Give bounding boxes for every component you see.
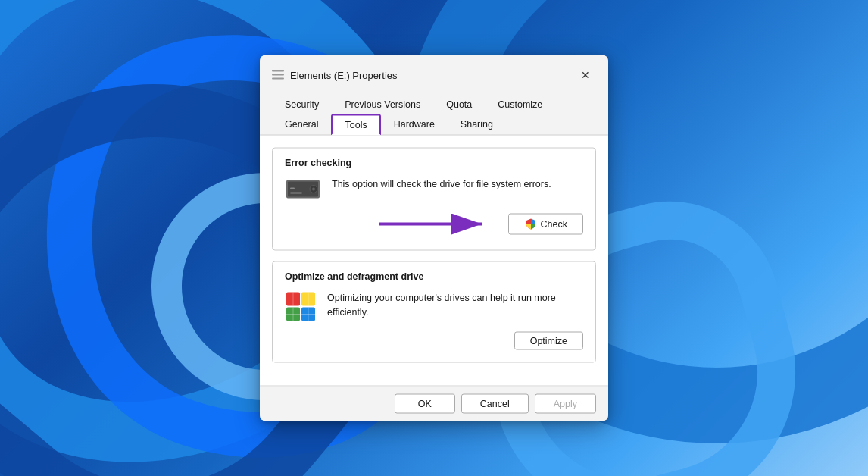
svg-rect-5 <box>290 188 295 189</box>
tab-customize[interactable]: Customize <box>485 95 555 114</box>
tab-hardware[interactable]: Hardware <box>381 114 448 135</box>
tab-tools[interactable]: Tools <box>331 114 380 136</box>
optimize-icon <box>285 291 317 323</box>
check-button[interactable]: Check <box>508 214 583 235</box>
svg-point-3 <box>312 188 315 191</box>
dialog-footer: OK Cancel Apply <box>260 386 608 421</box>
error-checking-title: Error checking <box>285 158 583 168</box>
tabs-row-bottom: General Tools Hardware Sharing <box>272 114 596 135</box>
dialog-content: Error checking This option will check th… <box>260 135 608 386</box>
optimize-button[interactable]: Optimize <box>514 332 583 350</box>
properties-dialog: Elements (E:) Properties ✕ Security Prev… <box>260 55 608 421</box>
optimize-body: Optimizing your computer's drives can he… <box>285 291 583 323</box>
error-checking-body: This option will check the drive for fil… <box>285 177 583 202</box>
check-button-label: Check <box>541 219 567 230</box>
tab-previous-versions[interactable]: Previous Versions <box>332 95 433 114</box>
title-bar-left: Elements (E:) Properties <box>272 69 398 80</box>
window-icon <box>272 70 284 80</box>
svg-rect-4 <box>290 193 302 194</box>
title-bar: Elements (E:) Properties ✕ <box>260 55 608 92</box>
arrow-check-row: Check <box>285 211 583 238</box>
dialog-title: Elements (E:) Properties <box>290 69 398 80</box>
purple-arrow <box>285 211 499 238</box>
optimize-section: Optimize and defragment drive <box>272 261 596 363</box>
tabs-row-top: Security Previous Versions Quota Customi… <box>272 95 596 114</box>
cancel-button[interactable]: Cancel <box>461 394 529 414</box>
optimize-description: Optimizing your computer's drives can he… <box>327 291 583 320</box>
tab-sharing[interactable]: Sharing <box>448 114 506 135</box>
arrow-graphic <box>372 211 493 238</box>
drive-icon <box>285 177 321 202</box>
tabs-container: Security Previous Versions Quota Customi… <box>260 92 608 135</box>
tab-security[interactable]: Security <box>272 95 332 114</box>
optimize-title: Optimize and defragment drive <box>285 271 583 282</box>
shield-icon <box>524 218 538 231</box>
tab-general[interactable]: General <box>272 114 331 135</box>
error-checking-section: Error checking This option will check th… <box>272 148 596 251</box>
close-button[interactable]: ✕ <box>575 64 596 86</box>
tab-quota[interactable]: Quota <box>433 95 485 114</box>
ok-button[interactable]: OK <box>395 394 455 414</box>
error-checking-description: This option will check the drive for fil… <box>332 177 583 192</box>
apply-button[interactable]: Apply <box>535 394 596 414</box>
